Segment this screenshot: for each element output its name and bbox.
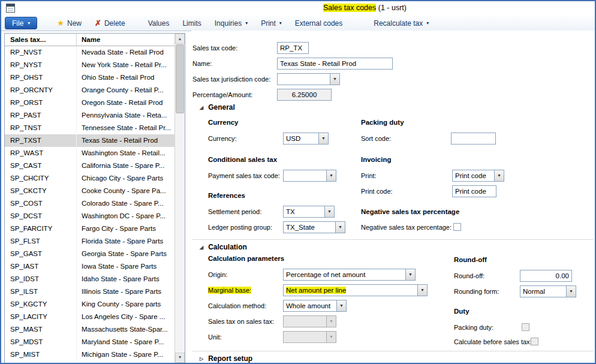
table-row[interactable]: RP_TXSTTexas State - Retail Prod bbox=[5, 134, 174, 147]
table-row[interactable]: SP_MASTMassachusetts State-Spar... bbox=[5, 323, 174, 336]
column-header-name[interactable]: Name bbox=[77, 34, 174, 46]
tax-name-cell[interactable]: King County - Spare parts bbox=[77, 298, 174, 311]
tax-name-cell[interactable]: Georgia State - Spare Parts bbox=[77, 248, 174, 260]
table-row[interactable]: SP_IDSTIdaho State - Spare Parts bbox=[5, 273, 174, 285]
vertical-scrollbar[interactable]: ▲ ▲ bbox=[174, 34, 185, 363]
round-off-field[interactable]: 0.00 bbox=[520, 270, 572, 282]
tax-name-cell[interactable]: Oregon State - Retail Prod bbox=[77, 97, 174, 109]
settlement-period-combo[interactable]: TX ▼ bbox=[283, 206, 335, 218]
table-row[interactable]: SP_CKCTYCooke County - Spare Pa... bbox=[5, 185, 174, 197]
tax-code-cell[interactable]: SP_CAST bbox=[5, 160, 77, 172]
tax-code-cell[interactable]: SP_MIST bbox=[5, 348, 77, 361]
tax-code-cell[interactable]: SP_COST bbox=[5, 197, 77, 210]
tax-code-cell[interactable]: RP_TXST bbox=[5, 134, 77, 147]
table-row[interactable]: SP_MISTMichigan State - Spare P... bbox=[5, 348, 174, 361]
tax-name-cell[interactable]: California State - Spare P... bbox=[77, 160, 174, 172]
tax-name-cell[interactable]: Idaho State - Spare Parts bbox=[77, 273, 174, 285]
table-row[interactable]: SP_DCSTWashington DC - Spare P... bbox=[5, 210, 174, 222]
tax-code-cell[interactable]: SP_KGCTY bbox=[5, 298, 77, 311]
tax-code-cell[interactable]: SP_GAST bbox=[5, 248, 77, 260]
tax-code-cell[interactable]: SP_CHCITY bbox=[5, 172, 77, 185]
tax-name-cell[interactable]: Michigan State - Spare P... bbox=[77, 348, 174, 361]
sales-tax-code-field[interactable]: RP_TX bbox=[277, 42, 309, 54]
table-row[interactable]: SP_MDSTMaryland State - Spare P... bbox=[5, 336, 174, 348]
table-row[interactable]: SP_ILSTIllinois State - Spare Parts bbox=[5, 285, 174, 298]
tax-code-cell[interactable]: RP_TNST bbox=[5, 122, 77, 134]
external-codes-button[interactable]: External codes bbox=[288, 16, 349, 31]
limits-button[interactable]: Limits bbox=[176, 16, 207, 31]
table-row[interactable]: RP_ORSTOregon State - Retail Prod bbox=[5, 97, 174, 109]
payment-sales-tax-code-combo[interactable]: ▼ bbox=[283, 170, 336, 182]
tax-code-cell[interactable]: SP_FLST bbox=[5, 235, 77, 248]
tax-code-cell[interactable]: SP_ILST bbox=[5, 285, 77, 298]
currency-combo[interactable]: USD ▼ bbox=[283, 133, 329, 145]
chevron-down-icon[interactable]: ▼ bbox=[318, 133, 328, 144]
chevron-down-icon[interactable]: ▼ bbox=[336, 300, 346, 311]
name-field[interactable]: Texas State - Retail Prod bbox=[277, 58, 393, 70]
tax-code-cell[interactable]: RP_ORST bbox=[5, 97, 77, 109]
tax-name-cell[interactable]: Iowa State - Spare Parts bbox=[77, 260, 174, 273]
tax-name-cell[interactable]: Tennessee State - Retail Pr... bbox=[77, 122, 174, 134]
rounding-form-combo[interactable]: Normal ▼ bbox=[520, 285, 576, 297]
tax-code-cell[interactable]: SP_LACITY bbox=[5, 311, 77, 323]
tax-name-cell[interactable]: Texas State - Retail Prod bbox=[77, 134, 174, 147]
tax-name-cell[interactable]: Pennsylvania State - Reta... bbox=[77, 109, 174, 122]
tax-name-cell[interactable]: Los Angeles City - Spare ... bbox=[77, 311, 174, 323]
recalculate-tax-menu[interactable]: Recalculate tax ▾ bbox=[367, 16, 435, 31]
tax-code-cell[interactable]: RP_NYST bbox=[5, 59, 77, 71]
tax-code-cell[interactable]: SP_FARCITY bbox=[5, 222, 77, 235]
tax-code-cell[interactable]: SP_IDST bbox=[5, 273, 77, 285]
tax-name-cell[interactable]: Ohio State - Retail Prod bbox=[77, 71, 174, 84]
table-row[interactable]: SP_CHCITYChicago City - Spare Parts bbox=[5, 172, 174, 185]
chevron-down-icon[interactable]: ▼ bbox=[326, 170, 336, 181]
tax-name-cell[interactable]: Nevada State - Retail Prod bbox=[77, 46, 174, 59]
tax-code-cell[interactable]: RP_WAST bbox=[5, 147, 77, 160]
negative-sales-tax-checkbox[interactable] bbox=[453, 223, 461, 231]
inquiries-menu[interactable]: Inquiries ▾ bbox=[208, 16, 254, 31]
section-report-setup-header[interactable]: ▷Report setup bbox=[192, 351, 594, 364]
table-row[interactable]: RP_WASTWashington State - Retail... bbox=[5, 147, 174, 160]
file-menu-button[interactable]: File ▾ bbox=[5, 17, 37, 29]
section-general-header[interactable]: ◢General bbox=[192, 103, 594, 116]
tax-code-cell[interactable]: SP_MAST bbox=[5, 323, 77, 336]
table-row[interactable]: RP_NVSTNevada State - Retail Prod bbox=[5, 46, 174, 59]
chevron-down-icon[interactable]: ▼ bbox=[417, 285, 427, 296]
percentage-field[interactable]: 6.25000 bbox=[277, 89, 332, 101]
chevron-down-icon[interactable]: ▼ bbox=[566, 286, 576, 297]
tax-name-cell[interactable]: Cooke County - Spare Pa... bbox=[77, 185, 174, 197]
table-row[interactable]: RP_ORCNTYOrange County - Retail P... bbox=[5, 84, 174, 97]
calculation-method-combo[interactable]: Whole amount ▼ bbox=[283, 300, 347, 312]
marginal-base-combo[interactable]: Net amount per line ▼ bbox=[283, 284, 428, 296]
table-row[interactable]: RP_TNSTTennessee State - Retail Pr... bbox=[5, 122, 174, 134]
tax-name-cell[interactable]: Florida State - Spare Parts bbox=[77, 235, 174, 248]
table-row[interactable]: RP_NYSTNew York State - Retail Pr... bbox=[5, 59, 174, 71]
tax-code-cell[interactable]: RP_PAST bbox=[5, 109, 77, 122]
chevron-down-icon[interactable]: ▼ bbox=[494, 170, 504, 181]
tax-code-cell[interactable]: RP_OHST bbox=[5, 71, 77, 84]
new-button[interactable]: ★ New bbox=[50, 16, 88, 31]
tax-name-cell[interactable]: Orange County - Retail P... bbox=[77, 84, 174, 97]
values-button[interactable]: Values bbox=[142, 16, 176, 31]
tax-name-cell[interactable]: Washington DC - Spare P... bbox=[77, 210, 174, 222]
tax-code-cell[interactable]: RP_NVST bbox=[5, 46, 77, 59]
tax-name-cell[interactable]: Massachusetts State-Spar... bbox=[77, 323, 174, 336]
jurisdiction-combo[interactable]: ▼ bbox=[277, 73, 340, 85]
tax-code-cell[interactable]: SP_IAST bbox=[5, 260, 77, 273]
table-row[interactable]: SP_CASTCalifornia State - Spare P... bbox=[5, 160, 174, 172]
section-calculation-header[interactable]: ◢Calculation bbox=[192, 239, 594, 252]
table-row[interactable]: SP_LACITYLos Angeles City - Spare ... bbox=[5, 311, 174, 323]
scroll-down-button[interactable]: ▲ bbox=[175, 353, 185, 363]
tax-code-cell[interactable]: SP_CKCTY bbox=[5, 185, 77, 197]
table-row[interactable]: SP_KGCTYKing County - Spare parts bbox=[5, 298, 174, 311]
print-code-field[interactable]: Print code bbox=[452, 185, 496, 197]
table-row[interactable]: SP_GASTGeorgia State - Spare Parts bbox=[5, 248, 174, 260]
table-row[interactable]: RP_OHSTOhio State - Retail Prod bbox=[5, 71, 174, 84]
table-row[interactable]: SP_IASTIowa State - Spare Parts bbox=[5, 260, 174, 273]
tax-name-cell[interactable]: Maryland State - Spare P... bbox=[77, 336, 174, 348]
chevron-down-icon[interactable]: ▼ bbox=[335, 222, 345, 233]
tax-name-cell[interactable]: Fargo City - Spare Parts bbox=[77, 222, 174, 235]
tax-name-cell[interactable]: Chicago City - Spare Parts bbox=[77, 172, 174, 185]
tax-name-cell[interactable]: Illinois State - Spare Parts bbox=[77, 285, 174, 298]
ledger-posting-group-combo[interactable]: TX_State ▼ bbox=[283, 221, 345, 233]
tax-name-cell[interactable]: New York State - Retail Pr... bbox=[77, 59, 174, 71]
